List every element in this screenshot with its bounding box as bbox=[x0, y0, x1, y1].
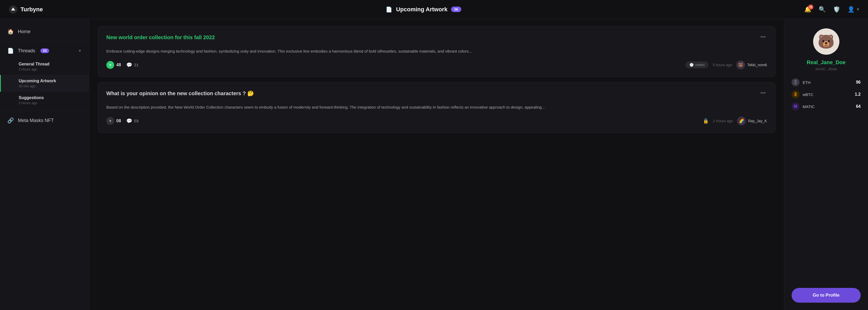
user-icon: 👤 bbox=[847, 6, 855, 13]
post-card-2: What is your opinion on the new collecti… bbox=[98, 82, 776, 133]
threads-icon: 📄 bbox=[7, 48, 14, 54]
post-1-upvote-count: 48 bbox=[116, 63, 121, 67]
author-1-emoji: 🐻 bbox=[738, 62, 743, 67]
thread-suggestions-name: Suggestions bbox=[19, 95, 82, 100]
eth-name: ETH bbox=[803, 80, 853, 85]
post-2-author: 🌈 Ray_Jay_K bbox=[737, 116, 767, 125]
search-icon: 🔍 bbox=[819, 6, 826, 13]
avatar-emoji: 🐻 bbox=[817, 34, 835, 50]
thread-suggestions-time: 2 Hours ago bbox=[19, 101, 82, 105]
sidebar-item-metamasks[interactable]: 🔗 Meta Masks NFT bbox=[0, 113, 89, 128]
sidebar-divider-2 bbox=[0, 111, 89, 111]
thread-sub-items: General Thread 2 Hours ago Upcoming Artw… bbox=[0, 58, 89, 109]
post-2-comment-count: 03 bbox=[134, 119, 138, 123]
profile-address: 0xA2C...8Da9 bbox=[815, 67, 837, 71]
post-2-upvote-count: 08 bbox=[116, 119, 121, 123]
post-2-comment-area[interactable]: 💬 03 bbox=[126, 118, 138, 124]
upvote-button-1[interactable]: + bbox=[106, 61, 114, 69]
lock-icon: 🔒 bbox=[703, 118, 709, 124]
post-1-upvote-area[interactable]: + 48 bbox=[106, 61, 121, 69]
wbtc-icon: ₿ bbox=[792, 90, 800, 98]
right-panel: 🐻 Real_Jane_Doe 0xA2C...8Da9 Ξ ETH 96 ₿ … bbox=[784, 19, 868, 310]
search-button[interactable]: 🔍 bbox=[819, 6, 826, 13]
post-2-body: Based on the description provided, the N… bbox=[106, 104, 767, 111]
app-name: Turbyne bbox=[21, 6, 43, 13]
user-menu-button[interactable]: 👤 ▼ bbox=[847, 6, 860, 13]
header-icons: 🔔 13 🔍 🛡️ 👤 ▼ bbox=[804, 6, 860, 13]
post-1-title: New world order collection for this fall… bbox=[106, 34, 215, 41]
clock-icon: 🕐 bbox=[689, 63, 694, 67]
edited-label: edited bbox=[695, 63, 705, 67]
sidebar-item-threads[interactable]: 📄 Threads 03 ▼ bbox=[0, 44, 89, 58]
post-2-header: What is your opinion on the new collecti… bbox=[106, 90, 767, 101]
upvote-button-2[interactable]: + bbox=[106, 117, 114, 125]
post-1-header: New world order collection for this fall… bbox=[106, 34, 767, 45]
post-2-footer: + 08 💬 03 🔒 2 Hours ago 🌈 Ray_Jay_K bbox=[106, 116, 767, 125]
wbtc-name: wBTC bbox=[803, 92, 852, 97]
chevron-down-icon: ▼ bbox=[78, 49, 82, 53]
profile-name: Real_Jane_Doe bbox=[807, 59, 846, 65]
matic-value: 64 bbox=[856, 104, 861, 109]
link-icon: 🔗 bbox=[7, 117, 14, 123]
header-page-icon: 📄 bbox=[386, 6, 392, 12]
post-1-author: 🐻 Tekki_nom6 bbox=[736, 60, 767, 69]
wbtc-value: 1.2 bbox=[855, 92, 861, 97]
post-2-time: 2 Hours ago bbox=[713, 119, 733, 123]
post-1-comment-count: 21 bbox=[134, 63, 138, 67]
comment-icon-2: 💬 bbox=[126, 118, 132, 124]
post-1-footer: + 48 💬 21 🕐 edited 5 hours ago 🐻 bbox=[106, 60, 767, 69]
thread-general-time: 2 Hours ago bbox=[19, 67, 82, 71]
sidebar-home-label: Home bbox=[18, 29, 30, 34]
post-2-menu-button[interactable]: ••• bbox=[759, 90, 767, 96]
thread-item-upcoming[interactable]: Upcoming Artwork 30 min ago bbox=[0, 75, 89, 92]
logo-icon bbox=[8, 5, 18, 14]
eth-value: 96 bbox=[856, 80, 861, 85]
thread-upcoming-time: 30 min ago bbox=[19, 84, 82, 88]
post-1-meta: 🕐 edited 5 hours ago 🐻 Tekki_nom6 bbox=[685, 60, 767, 69]
sidebar-item-home[interactable]: 🏠 Home bbox=[0, 24, 89, 39]
sidebar-metamasks-label: Meta Masks NFT bbox=[18, 118, 54, 123]
post-1-body: Embrace cutting-edge designs merging tec… bbox=[106, 48, 767, 55]
token-item-matic: M MATIC 64 bbox=[792, 103, 861, 110]
author-2-emoji: 🌈 bbox=[739, 118, 744, 123]
sidebar-threads-label: Threads bbox=[18, 48, 35, 54]
post-1-author-avatar: 🐻 bbox=[736, 60, 745, 69]
post-2-meta: 🔒 2 Hours ago 🌈 Ray_Jay_K bbox=[703, 116, 767, 125]
threads-badge: 03 bbox=[40, 48, 49, 53]
post-1-author-name: Tekki_nom6 bbox=[747, 63, 767, 67]
logo-area: Turbyne bbox=[8, 5, 43, 14]
content-area: New world order collection for this fall… bbox=[89, 19, 784, 310]
comment-icon-1: 💬 bbox=[126, 62, 132, 68]
thread-general-name: General Thread bbox=[19, 62, 82, 66]
top-header: Turbyne 📄 Upcoming Artwork 06 🔔 13 🔍 🛡️ … bbox=[0, 0, 868, 19]
matic-name: MATIC bbox=[803, 104, 853, 109]
post-2-title: What is your opinion on the new collecti… bbox=[106, 90, 254, 97]
shield-icon: 🛡️ bbox=[833, 6, 840, 13]
profile-avatar: 🐻 bbox=[813, 28, 839, 55]
post-1-time: 5 hours ago bbox=[713, 63, 732, 67]
thread-upcoming-name: Upcoming Artwork bbox=[19, 79, 82, 83]
thread-item-suggestions[interactable]: Suggestions 2 Hours ago bbox=[0, 92, 89, 109]
post-2-author-name: Ray_Jay_K bbox=[748, 119, 767, 123]
header-badge: 06 bbox=[451, 6, 461, 12]
edited-badge: 🕐 edited bbox=[685, 61, 708, 68]
token-list: Ξ ETH 96 ₿ wBTC 1.2 M MATIC 64 bbox=[792, 78, 861, 110]
go-to-profile-button[interactable]: Go to Profile bbox=[792, 288, 861, 303]
post-1-comment-area[interactable]: 💬 21 bbox=[126, 62, 138, 68]
post-card-1: New world order collection for this fall… bbox=[98, 26, 776, 77]
shield-button[interactable]: 🛡️ bbox=[833, 6, 840, 13]
matic-icon: M bbox=[792, 103, 800, 110]
main-layout: 🏠 Home 📄 Threads 03 ▼ General Thread 2 H… bbox=[0, 19, 868, 310]
notifications-button[interactable]: 🔔 13 bbox=[804, 6, 811, 13]
eth-icon: Ξ bbox=[792, 78, 800, 86]
chevron-down-icon: ▼ bbox=[856, 7, 860, 11]
home-icon: 🏠 bbox=[7, 28, 14, 35]
token-item-wbtc: ₿ wBTC 1.2 bbox=[792, 90, 861, 98]
thread-item-general[interactable]: General Thread 2 Hours ago bbox=[0, 58, 89, 75]
notification-count: 13 bbox=[808, 4, 813, 10]
post-2-upvote-area[interactable]: + 08 bbox=[106, 117, 121, 125]
header-title: Upcoming Artwork bbox=[396, 6, 447, 13]
header-center: 📄 Upcoming Artwork 06 bbox=[43, 6, 804, 13]
post-1-menu-button[interactable]: ••• bbox=[759, 34, 767, 40]
sidebar: 🏠 Home 📄 Threads 03 ▼ General Thread 2 H… bbox=[0, 19, 89, 310]
